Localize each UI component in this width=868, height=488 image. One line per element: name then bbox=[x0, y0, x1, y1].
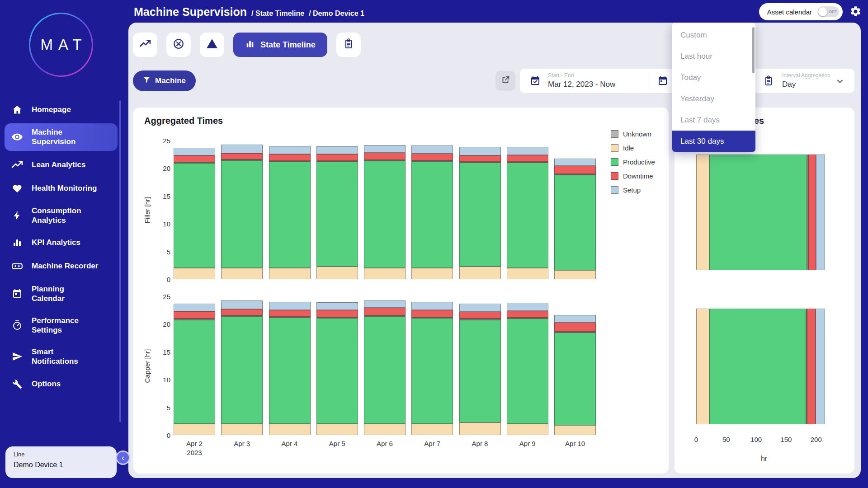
x-tick-label: Apr 7 bbox=[411, 439, 453, 457]
stacked-bar[interactable] bbox=[364, 145, 406, 279]
menu-item-last-hour[interactable]: Last hour bbox=[672, 46, 755, 67]
tab-alarms[interactable] bbox=[200, 33, 224, 57]
menu-item-yesterday[interactable]: Yesterday bbox=[672, 88, 755, 109]
asset-calendar-control[interactable]: Asset calendar OFF bbox=[759, 3, 843, 20]
bar-segment-downtime bbox=[459, 312, 501, 319]
sidebar-item-planning-calendar[interactable]: Planning Calendar bbox=[5, 280, 118, 308]
interval-aggregation-select[interactable]: Interval Aggregation Day bbox=[782, 72, 830, 89]
y-tick-label: 25 bbox=[163, 137, 170, 145]
asset-calendar-toggle[interactable]: OFF bbox=[817, 6, 839, 17]
menu-item-today[interactable]: Today bbox=[672, 67, 755, 88]
y-tick-label: 15 bbox=[163, 192, 170, 200]
legend-swatch bbox=[611, 186, 618, 194]
hstacked-bar-filler[interactable] bbox=[696, 155, 825, 270]
dropdown-scrollbar[interactable] bbox=[752, 27, 755, 73]
warning-triangle-icon bbox=[206, 38, 218, 52]
legend-item-setup[interactable]: Setup bbox=[611, 186, 655, 194]
interval-aggregation-label: Interval Aggregation bbox=[782, 72, 830, 79]
sidebar-item-lean-analytics[interactable]: Lean Analytics bbox=[5, 155, 118, 175]
legend-item-unknown[interactable]: Unknown bbox=[611, 130, 655, 138]
tab-state-timeline-label: State Timeline bbox=[260, 40, 316, 50]
stacked-bar[interactable] bbox=[411, 145, 453, 279]
sidebar-nav: Homepage Machine Supervision Lean Analyt… bbox=[5, 100, 118, 394]
tab-state-timeline[interactable]: State Timeline bbox=[233, 33, 327, 57]
bar-segment-setup bbox=[174, 304, 215, 311]
bar-segment-setup bbox=[174, 148, 215, 155]
sidebar-item-health-monitoring[interactable]: Health Monitoring bbox=[5, 179, 118, 198]
stacked-bar[interactable] bbox=[269, 302, 311, 435]
sidebar-item-label: Machine Supervision bbox=[32, 127, 75, 147]
bar-segment-productive bbox=[411, 162, 453, 268]
y-tick-label: 20 bbox=[163, 320, 170, 328]
stacked-bar[interactable] bbox=[507, 303, 548, 435]
stacked-bar[interactable] bbox=[507, 147, 548, 279]
legend-item-productive[interactable]: Productive bbox=[611, 158, 655, 166]
sidebar-collapse-button[interactable]: ‹ bbox=[116, 450, 130, 465]
stacked-bar[interactable] bbox=[174, 304, 215, 435]
legend-item-idle[interactable]: Idle bbox=[611, 144, 655, 152]
bar-segment-productive bbox=[364, 161, 406, 268]
aggregated-times-card: Aggregated Times Filler [hr] 0510152025 … bbox=[133, 108, 669, 474]
app-logo: MAT bbox=[29, 13, 93, 77]
sidebar-item-smart-notifications[interactable]: Smart Notifications bbox=[5, 343, 118, 371]
tab-stops[interactable] bbox=[166, 33, 191, 57]
tab-report[interactable] bbox=[336, 33, 361, 57]
card-title: Aggregated Times bbox=[144, 116, 223, 126]
cancel-circle-icon bbox=[173, 38, 184, 52]
heart-icon bbox=[11, 183, 24, 194]
menu-item-last-7-days[interactable]: Last 7 days bbox=[672, 109, 755, 131]
x-tick-label: Apr 10 bbox=[554, 439, 596, 457]
legend-item-downtime[interactable]: Downtime bbox=[611, 172, 655, 180]
open-in-new-button[interactable] bbox=[495, 71, 515, 91]
menu-item-last-30-days[interactable]: Last 30 days bbox=[672, 131, 755, 152]
bar-segment-setup bbox=[364, 300, 406, 308]
x-tick-label: Apr 3 bbox=[221, 439, 263, 457]
menu-item-custom[interactable]: Custom bbox=[672, 24, 755, 46]
stacked-bar[interactable] bbox=[316, 302, 358, 435]
sidebar-item-machine-recorder[interactable]: Machine Recorder bbox=[5, 256, 118, 276]
stacked-bar[interactable] bbox=[554, 315, 596, 435]
sidebar-scrollbar[interactable] bbox=[119, 100, 121, 422]
sidebar-item-homepage[interactable]: Homepage bbox=[5, 100, 118, 119]
bar-segment-downtime bbox=[807, 309, 816, 424]
trend-icon bbox=[11, 159, 24, 171]
bar-segment-idle bbox=[174, 424, 215, 435]
start-end-value: Mar 12, 2023 - Now bbox=[548, 80, 615, 89]
y-tick-label: 10 bbox=[163, 376, 170, 384]
x-tick-label: Apr 9 bbox=[507, 439, 548, 457]
x-tick-label: 100 bbox=[750, 436, 762, 443]
sidebar-item-performance-settings[interactable]: Performance Settings bbox=[5, 312, 118, 339]
y-tick-label: 0 bbox=[167, 276, 170, 283]
hstacked-bar-capper[interactable] bbox=[696, 309, 825, 424]
sidebar-item-consumption-analytics[interactable]: Consumption Analytics bbox=[5, 202, 118, 230]
stacked-bar[interactable] bbox=[459, 304, 501, 435]
x-tick-label: 200 bbox=[811, 436, 822, 443]
machine-filter-button[interactable]: Machine bbox=[133, 70, 196, 91]
stacked-bar[interactable] bbox=[316, 146, 358, 279]
stacked-bar[interactable] bbox=[554, 159, 596, 279]
stacked-bar[interactable] bbox=[174, 148, 215, 279]
tab-trend-chart[interactable] bbox=[133, 33, 157, 57]
stacked-bar[interactable] bbox=[459, 147, 501, 279]
stacked-bar[interactable] bbox=[221, 145, 263, 279]
device-selector-card[interactable]: Line Demo Device 1 bbox=[5, 446, 117, 478]
sidebar-item-machine-supervision[interactable]: Machine Supervision bbox=[5, 123, 118, 151]
calendar-icon[interactable] bbox=[657, 75, 668, 88]
y-tick-label: 15 bbox=[163, 348, 170, 356]
stacked-bar[interactable] bbox=[364, 300, 406, 435]
stacked-bar[interactable] bbox=[269, 146, 311, 279]
sidebar-item-options[interactable]: Options bbox=[5, 375, 118, 394]
bar-segment-downtime bbox=[221, 153, 263, 160]
sidebar-item-kpi-analytics[interactable]: KPI Analytics bbox=[5, 233, 118, 252]
settings-gear-icon[interactable] bbox=[849, 5, 862, 19]
stacked-bar[interactable] bbox=[221, 300, 263, 435]
stacked-bar[interactable] bbox=[411, 302, 453, 435]
y-tick-label: 20 bbox=[163, 164, 170, 172]
sidebar-item-label: Health Monitoring bbox=[32, 183, 97, 193]
x-tick-label: Apr 8 bbox=[459, 439, 501, 457]
bar-segment-downtime bbox=[269, 310, 311, 317]
start-end-field[interactable]: Start - End Mar 12, 2023 - Now bbox=[548, 72, 615, 89]
bar-segment-setup bbox=[411, 145, 453, 154]
bar-segment-downtime bbox=[174, 311, 215, 319]
bar-segment-idle bbox=[221, 424, 263, 435]
